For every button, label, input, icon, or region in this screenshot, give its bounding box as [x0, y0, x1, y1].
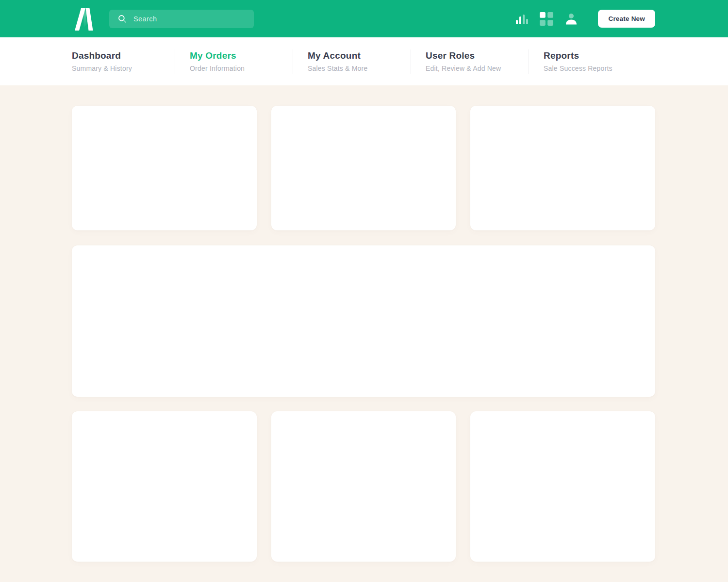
tab-title: My Orders	[190, 50, 293, 61]
tab-title: Dashboard	[72, 50, 175, 61]
create-new-button[interactable]: Create New	[598, 10, 655, 28]
tab-subtitle: Sale Success Reports	[544, 65, 646, 72]
tab-subtitle: Edit, Review & Add New	[426, 65, 529, 72]
tab-divider	[175, 49, 175, 74]
search-icon	[118, 15, 127, 23]
placeholder-card-wide	[72, 245, 655, 397]
grid-icon[interactable]	[540, 12, 553, 26]
tab-title: User Roles	[426, 50, 529, 61]
user-icon[interactable]	[564, 12, 578, 26]
placeholder-card	[470, 106, 655, 230]
cards-row-bottom	[72, 411, 655, 562]
search-bar[interactable]	[109, 10, 254, 28]
tab-divider	[293, 49, 293, 74]
bar-chart-icon[interactable]	[515, 12, 529, 26]
header-actions: Create New	[515, 10, 655, 28]
tab-title: Reports	[544, 50, 646, 61]
tab-navigation: Dashboard Summary & History My Orders Or…	[0, 37, 728, 85]
tab-subtitle: Order Information	[190, 65, 293, 72]
placeholder-card	[271, 411, 456, 562]
tab-dashboard[interactable]: Dashboard Summary & History	[72, 50, 175, 72]
cards-row-top	[72, 106, 655, 230]
placeholder-card	[271, 106, 456, 230]
placeholder-card	[72, 411, 257, 562]
search-input[interactable]	[133, 15, 247, 23]
tab-my-account[interactable]: My Account Sales Stats & More	[308, 50, 411, 72]
tab-title: My Account	[308, 50, 411, 61]
app-logo-icon[interactable]	[72, 7, 95, 31]
tab-divider	[411, 49, 411, 74]
app-header: Create New	[0, 0, 728, 37]
tab-subtitle: Summary & History	[72, 65, 175, 72]
tab-reports[interactable]: Reports Sale Success Reports	[544, 50, 646, 72]
placeholder-card	[72, 106, 257, 230]
tab-my-orders[interactable]: My Orders Order Information	[190, 50, 293, 72]
tab-divider	[529, 49, 529, 74]
tab-user-roles[interactable]: User Roles Edit, Review & Add New	[426, 50, 529, 72]
tab-subtitle: Sales Stats & More	[308, 65, 411, 72]
placeholder-card	[470, 411, 655, 562]
content-area	[0, 85, 728, 582]
